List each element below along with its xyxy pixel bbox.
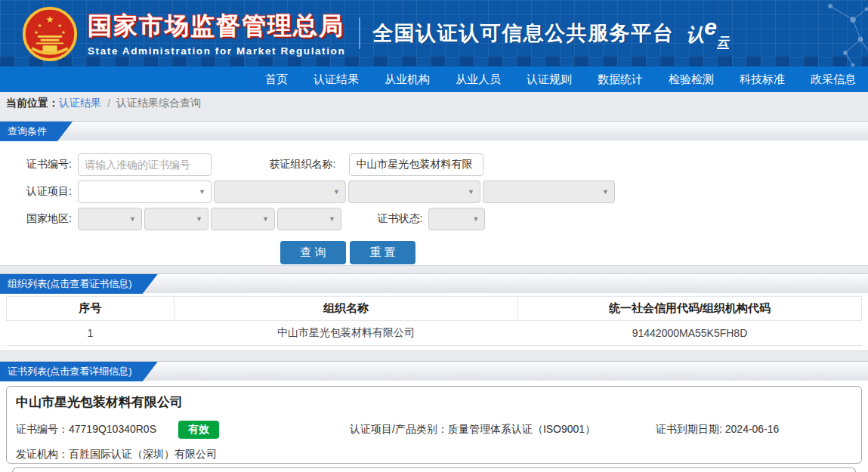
cert-no-field-label: 证书编号： xyxy=(16,423,69,435)
breadcrumb-separator: / xyxy=(107,97,110,110)
svg-text:★: ★ xyxy=(57,23,62,28)
chevron-down-icon: ▼ xyxy=(199,188,205,196)
cert-project-select-4[interactable]: ▼ xyxy=(483,180,615,203)
query-button[interactable]: 查 询 xyxy=(280,241,346,264)
platform-title: 全国认证认可信息公共服务平台 xyxy=(372,20,674,47)
query-section-title: 查询条件 xyxy=(0,122,73,141)
breadcrumb-link-cert-results[interactable]: 认证结果 xyxy=(59,97,101,110)
breadcrumb: 当前位置： 认证结果 / 认证结果综合查询 xyxy=(0,92,868,115)
breadcrumb-current: 认证结果综合查询 xyxy=(116,97,201,110)
cert-no-field: 证书编号：47719Q10340R0S xyxy=(16,423,156,437)
nav-item-inspection[interactable]: 检验检测 xyxy=(669,72,714,87)
chevron-down-icon: ▼ xyxy=(473,215,480,223)
main-nav: 首页 认证结果 从业机构 从业人员 认证规则 数据统计 检验检测 科技标准 政采… xyxy=(0,66,868,92)
cert-list-section-title: 证书列表(点击查看详细信息) xyxy=(0,362,158,381)
header-divider xyxy=(359,17,360,49)
query-section-header: 查询条件 xyxy=(0,121,868,140)
next-cert-card-partial[interactable] xyxy=(12,467,856,472)
nav-item-personnel[interactable]: 从业人员 xyxy=(456,72,501,87)
nav-item-cert-results[interactable]: 认证结果 xyxy=(314,72,359,87)
svg-text:★: ★ xyxy=(34,29,39,35)
cert-project-field: 认证项目/产品类别：质量管理体系认证（ISO9001） xyxy=(350,423,656,437)
col-header-index: 序号 xyxy=(7,297,175,321)
reset-button[interactable]: 重 置 xyxy=(350,241,415,264)
org-list-table-wrap: 序号 组织名称 统一社会信用代码/组织机构代码 1 中山市星光包装材料有限公司 … xyxy=(0,293,868,351)
query-form: 证书编号: 获证组织名称: 认证项目:▼▼▼▼ 国家地区:▼▼▼▼ 证书状态:▼… xyxy=(0,140,868,266)
chevron-down-icon: ▼ xyxy=(468,188,474,196)
svg-text:★: ★ xyxy=(61,29,66,35)
cert-card-org-name: 中山市星光包装材料有限公司 xyxy=(16,393,852,411)
nav-item-procurement[interactable]: 政采信息 xyxy=(811,72,856,87)
cert-expiry-field: 证书到期日期: 2024-06-16 xyxy=(656,423,779,437)
cert-expiry-field-label: 证书到期日期: xyxy=(656,423,725,435)
nav-item-agencies[interactable]: 从业机构 xyxy=(385,72,430,87)
cert-project-label: 认证项目: xyxy=(0,185,72,199)
chevron-down-icon: ▼ xyxy=(329,215,335,223)
nav-item-cert-rules[interactable]: 认证规则 xyxy=(527,72,572,87)
nav-item-statistics[interactable]: 数据统计 xyxy=(598,72,643,87)
national-emblem-icon: ★ ★★ ★★ xyxy=(21,5,79,63)
site-header: ★ ★★ ★★ 国家市场监督管理总局 State Administration … xyxy=(0,0,868,66)
cert-expiry-value: 2024-06-16 xyxy=(725,423,780,435)
cert-project-select-2[interactable]: ▼ xyxy=(214,180,346,203)
cell-org-name: 中山市星光包装材料有限公司 xyxy=(175,321,518,346)
org-name-label: 获证组织名称: xyxy=(215,158,335,171)
chevron-down-icon: ▼ xyxy=(333,188,340,196)
country-select-1[interactable]: ▼ xyxy=(78,208,142,230)
nav-item-home[interactable]: 首页 xyxy=(265,72,288,87)
page: ★ ★★ ★★ 国家市场监督管理总局 State Administration … xyxy=(0,0,868,472)
cert-no-value: 47719Q10340R0S xyxy=(69,423,156,435)
chevron-down-icon: ▼ xyxy=(196,215,202,223)
chevron-down-icon: ▼ xyxy=(262,215,269,223)
org-name-en: State Administration for Market Regulati… xyxy=(88,45,345,57)
country-select-4[interactable]: ▼ xyxy=(277,208,341,230)
status-badge: 有效 xyxy=(178,421,219,439)
table-header-row: 序号 组织名称 统一社会信用代码/组织机构代码 xyxy=(7,297,862,321)
cell-credit-code: 91442000MA55K5FH8D xyxy=(518,321,862,346)
org-title-block: 国家市场监督管理总局 State Administration for Mark… xyxy=(88,10,345,57)
cert-list-section-header: 证书列表(点击查看详细信息) xyxy=(0,361,868,381)
org-name-cn: 国家市场监督管理总局 xyxy=(88,10,345,43)
cert-project-select-1[interactable]: ▼ xyxy=(78,180,212,203)
svg-text:★: ★ xyxy=(38,23,42,28)
chevron-down-icon: ▼ xyxy=(129,215,136,223)
cert-status-label: 证书状态: xyxy=(347,212,422,226)
cert-project-select-3[interactable]: ▼ xyxy=(348,180,480,203)
org-name-input[interactable] xyxy=(349,153,483,176)
chevron-down-icon: ▼ xyxy=(602,188,609,196)
cert-project-field-label: 认证项目/产品类别： xyxy=(350,423,448,435)
cert-issuer-value: 百胜国际认证（深圳）有限公司 xyxy=(69,448,217,460)
col-header-org-name: 组织名称 xyxy=(175,297,518,321)
cert-no-label: 证书编号: xyxy=(0,158,72,171)
cert-no-input[interactable] xyxy=(78,153,212,176)
cert-project-value: 质量管理体系认证（ISO9001） xyxy=(448,423,595,435)
cell-index: 1 xyxy=(7,321,175,346)
country-region-label: 国家地区: xyxy=(0,212,72,226)
col-header-credit-code: 统一社会信用代码/组织机构代码 xyxy=(518,297,862,321)
svg-text:★: ★ xyxy=(45,14,54,25)
ren-e-yun-logo-icon: 认e云 xyxy=(686,20,729,47)
country-select-2[interactable]: ▼ xyxy=(144,208,209,230)
cert-issuer-field: 发证机构：百胜国际认证（深圳）有限公司 xyxy=(16,448,852,461)
cert-list: 中山市星光包装材料有限公司 证书编号：47719Q10340R0S 有效 认证项… xyxy=(0,381,868,472)
nav-item-tech-standards[interactable]: 科技标准 xyxy=(740,72,785,87)
breadcrumb-label: 当前位置： xyxy=(6,97,59,110)
org-list-section-title: 组织列表(点击查看证书信息) xyxy=(0,274,158,294)
cert-issuer-field-label: 发证机构： xyxy=(16,448,69,460)
cert-card[interactable]: 中山市星光包装材料有限公司 证书编号：47719Q10340R0S 有效 认证项… xyxy=(6,386,862,464)
country-select-3[interactable]: ▼ xyxy=(211,208,275,230)
org-list-section-header: 组织列表(点击查看证书信息) xyxy=(0,273,868,293)
cert-status-select[interactable]: ▼ xyxy=(428,208,485,230)
org-list-table: 序号 组织名称 统一社会信用代码/组织机构代码 1 中山市星光包装材料有限公司 … xyxy=(6,296,862,346)
table-row[interactable]: 1 中山市星光包装材料有限公司 91442000MA55K5FH8D xyxy=(7,321,862,346)
